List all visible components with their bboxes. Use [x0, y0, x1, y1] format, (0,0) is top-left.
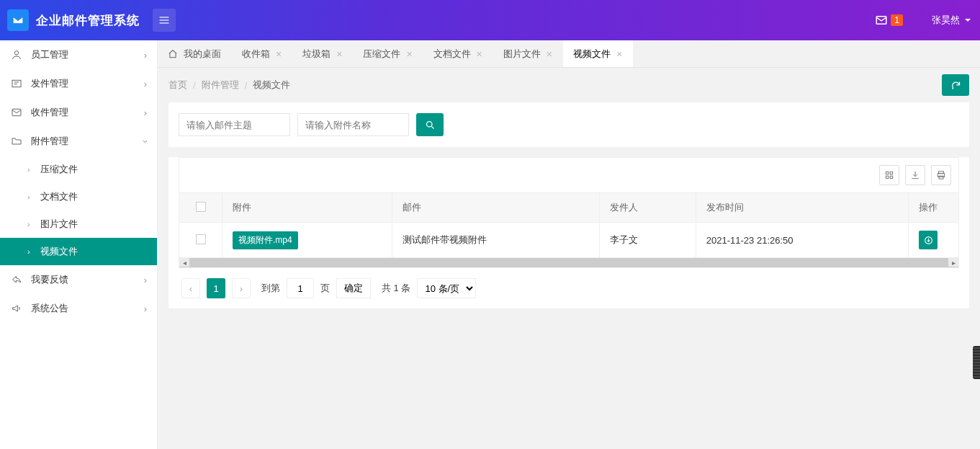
tab-label: 收件箱: [242, 48, 270, 61]
close-icon[interactable]: ×: [477, 48, 482, 60]
scroll-left-button[interactable]: ◂: [179, 258, 189, 267]
attachment-input[interactable]: [297, 113, 409, 136]
svg-rect-10: [890, 172, 893, 174]
sender-cell: 李子文: [599, 223, 696, 258]
sidebar-item-announce[interactable]: 系统公告 ›: [0, 294, 157, 323]
app-title: 企业邮件管理系统: [36, 12, 140, 29]
chevron-right-icon: ›: [27, 165, 30, 174]
tab-label: 压缩文件: [363, 48, 400, 61]
sidebar-sub-compressed[interactable]: ›压缩文件: [0, 156, 157, 183]
main-area: 我的桌面 收件箱× 垃圾箱× 压缩文件× 文档文件× 图片文件× 视频文件× 首…: [158, 40, 980, 449]
mail-cell: 测试邮件带视频附件: [392, 223, 599, 258]
user-menu[interactable]: 张昊然: [932, 14, 971, 27]
refresh-button[interactable]: [942, 74, 969, 96]
tab-label: 图片文件: [503, 48, 541, 61]
page-unit: 页: [320, 282, 330, 295]
horizontal-scrollbar[interactable]: ◂ ▸: [179, 258, 959, 268]
tab-compressed[interactable]: 压缩文件×: [353, 40, 423, 67]
svg-rect-15: [939, 176, 943, 179]
breadcrumb-home[interactable]: 首页: [168, 79, 187, 92]
chevron-right-icon: ›: [144, 79, 147, 89]
user-icon: [11, 49, 22, 61]
breadcrumb: 首页 / 附件管理 / 视频文件: [168, 68, 969, 102]
mail-notification[interactable]: 1: [875, 14, 903, 27]
svg-rect-9: [886, 172, 889, 174]
breadcrumb-current: 视频文件: [253, 79, 290, 92]
close-icon[interactable]: ×: [276, 48, 282, 60]
tab-image[interactable]: 图片文件×: [493, 40, 563, 67]
time-cell: 2021-11-23 21:26:50: [696, 223, 908, 258]
search-button[interactable]: [416, 113, 444, 136]
tab-label: 文档文件: [433, 48, 471, 61]
row-checkbox[interactable]: [196, 234, 206, 244]
sidebar-item-inbox[interactable]: 收件管理 ›: [0, 98, 157, 127]
export-button[interactable]: [905, 165, 925, 185]
pagination: ‹ 1 › 到第 页 确定 共 1 条 10 条/页: [179, 268, 959, 298]
svg-rect-5: [12, 80, 21, 86]
chevron-right-icon: ›: [27, 192, 30, 201]
sidebar-item-label: 压缩文件: [40, 163, 78, 176]
next-page-button[interactable]: ›: [232, 278, 251, 298]
download-button[interactable]: [919, 231, 938, 249]
goto-confirm-button[interactable]: 确定: [336, 278, 371, 298]
sidebar-item-label: 图片文件: [40, 218, 78, 231]
close-icon[interactable]: ×: [336, 48, 342, 60]
tab-bar: 我的桌面 收件箱× 垃圾箱× 压缩文件× 文档文件× 图片文件× 视频文件×: [158, 40, 980, 68]
table-row: 视频附件.mp4 测试邮件带视频附件 李子文 2021-11-23 21:26:…: [179, 223, 959, 258]
tab-label: 垃圾箱: [302, 48, 331, 61]
attachment-tag[interactable]: 视频附件.mp4: [233, 231, 298, 249]
close-icon[interactable]: ×: [616, 48, 622, 60]
tab-video[interactable]: 视频文件×: [563, 40, 633, 67]
tab-label: 视频文件: [573, 48, 611, 61]
scroll-right-button[interactable]: ▸: [948, 258, 958, 267]
goto-label: 到第: [261, 282, 280, 295]
svg-point-7: [426, 121, 432, 127]
close-icon[interactable]: ×: [547, 48, 552, 60]
table-panel: 附件 邮件 发件人 发布时间 操作 视频附件.mp4 测试邮件带视频附件 李子: [168, 157, 969, 308]
sidebar-item-feedback[interactable]: 我要反馈 ›: [0, 265, 157, 294]
columns-button[interactable]: [879, 165, 899, 185]
page-size-select[interactable]: 10 条/页: [417, 278, 476, 298]
sidebar-item-attachments[interactable]: 附件管理 ›: [0, 127, 157, 156]
user-name: 张昊然: [932, 14, 960, 27]
col-mail: 邮件: [392, 193, 599, 223]
tab-document[interactable]: 文档文件×: [423, 40, 493, 67]
prev-page-button[interactable]: ‹: [181, 278, 200, 298]
breadcrumb-mid[interactable]: 附件管理: [202, 79, 239, 92]
folder-icon: [11, 135, 22, 147]
sidebar-item-sent[interactable]: 发件管理 ›: [0, 69, 157, 98]
sidebar-sub-image[interactable]: ›图片文件: [0, 210, 157, 238]
inbox-icon: [11, 107, 22, 118]
sidebar-item-label: 附件管理: [31, 135, 68, 148]
sidebar-item-label: 员工管理: [31, 48, 68, 61]
table-toolbar: [179, 157, 959, 192]
chevron-right-icon: ›: [27, 220, 30, 228]
tab-trash[interactable]: 垃圾箱×: [292, 40, 353, 67]
select-all-checkbox[interactable]: [196, 202, 206, 212]
chevron-down-icon: ›: [140, 140, 150, 143]
sidebar-item-staff[interactable]: 员工管理 ›: [0, 40, 157, 69]
svg-rect-6: [12, 109, 21, 115]
sidebar-sub-document[interactable]: ›文档文件: [0, 183, 157, 210]
side-grip[interactable]: [973, 346, 980, 379]
home-icon: [168, 49, 178, 59]
speaker-icon: [11, 303, 22, 314]
goto-page-input[interactable]: [287, 278, 314, 298]
tab-label: 我的桌面: [184, 48, 221, 61]
sidebar-sub-video[interactable]: ›视频文件: [0, 238, 157, 265]
chevron-right-icon: ›: [144, 303, 147, 314]
chevron-right-icon: ›: [144, 275, 147, 285]
page-1-button[interactable]: 1: [207, 278, 225, 298]
sidebar-item-label: 发件管理: [31, 77, 68, 90]
sidebar-item-label: 视频文件: [40, 245, 78, 258]
subject-input[interactable]: [179, 113, 290, 136]
tab-inbox[interactable]: 收件箱×: [232, 40, 292, 67]
tab-home[interactable]: 我的桌面: [158, 40, 232, 67]
close-icon[interactable]: ×: [406, 48, 412, 60]
print-button[interactable]: [931, 165, 951, 185]
sidebar: 员工管理 › 发件管理 › 收件管理 › 附件管理 › ›压缩文件 ›文档文件 …: [0, 40, 158, 449]
svg-line-8: [431, 126, 433, 128]
sidebar-toggle-button[interactable]: [153, 9, 176, 32]
share-icon: [11, 274, 22, 285]
caret-down-icon: [964, 17, 971, 24]
